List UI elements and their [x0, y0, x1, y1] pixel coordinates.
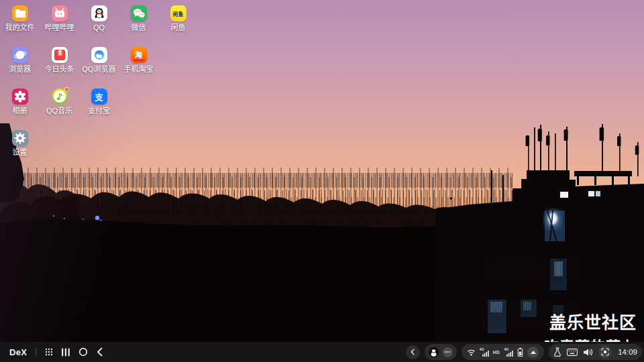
app-taobao[interactable]: 淘 手机淘宝	[119, 47, 158, 88]
running-apps-pill	[425, 344, 457, 360]
app-toutiao[interactable]: 头条 今日头条	[40, 47, 79, 88]
qq-icon	[91, 5, 107, 21]
qq-penguin-icon	[429, 347, 439, 357]
capture-frame-icon	[601, 348, 609, 356]
taobao-icon-text: 淘	[135, 49, 142, 60]
taskbar-right: 4G HD 4G	[406, 344, 643, 360]
app-qq[interactable]: QQ	[79, 5, 119, 47]
app-wechat[interactable]: 微信	[119, 5, 158, 47]
dex-labs-flask-button[interactable]	[553, 347, 561, 357]
alipay-icon-text: 支	[95, 91, 103, 103]
app-label: 设置	[13, 148, 28, 157]
app-label: 闲鱼	[171, 23, 186, 32]
app-alipay[interactable]: 支 支付宝	[79, 88, 119, 130]
volume-button[interactable]	[583, 348, 593, 357]
app-bilibili[interactable]: 哔哩哔哩	[40, 5, 79, 47]
notification-badge	[64, 87, 69, 92]
app-label: QQ	[93, 23, 105, 32]
hd-indicator: HD	[493, 350, 500, 355]
bilibili-icon	[52, 5, 68, 21]
app-label: 相册	[13, 107, 28, 115]
taskbar-left: DeX	[9, 345, 103, 359]
app-label: 我的文件	[5, 23, 35, 32]
status-tray[interactable]: 4G HD 4G	[462, 344, 545, 360]
toutiao-icon: 头条	[52, 47, 68, 63]
app-my-files[interactable]: 我的文件	[0, 5, 40, 47]
app-settings[interactable]: 设置	[0, 130, 40, 172]
home-button[interactable]	[78, 345, 88, 359]
qq-music-icon	[52, 88, 68, 105]
wifi-icon	[467, 349, 476, 356]
desktop-icon-grid: 我的文件 哔哩哔哩	[0, 5, 198, 172]
app-xianyu[interactable]: 闲鱼 闲鱼	[158, 5, 198, 47]
app-label: 浏览器	[9, 65, 31, 74]
app-label: 今日头条	[45, 65, 74, 74]
wechat-icon	[131, 5, 147, 21]
taskbar-tools-pill: 14:09	[549, 344, 642, 360]
qq-running-app-button[interactable]	[429, 347, 439, 357]
sim2-signal-icon: 4G	[504, 348, 513, 357]
toutiao-icon-text: 头条	[57, 47, 62, 56]
app-label: 手机淘宝	[124, 65, 154, 74]
dex-button[interactable]: DeX	[9, 347, 27, 357]
chevron-left-icon	[411, 349, 415, 355]
app-label: 支付宝	[88, 107, 110, 115]
sim1-signal-icon: 4G	[480, 348, 489, 357]
alipay-icon: 支	[91, 88, 107, 105]
app-grid-icon	[45, 348, 53, 356]
dex-desktop: 我的文件 哔哩哔哩	[0, 0, 644, 362]
watermark-community: 盖乐世社区	[529, 309, 637, 333]
taskbar-divider	[36, 348, 36, 357]
taskbar: DeX	[0, 342, 644, 362]
qq-browser-icon	[91, 47, 107, 63]
quick-panel-expand-button[interactable]	[527, 347, 539, 358]
apps-button[interactable]	[45, 345, 53, 359]
battery-icon	[517, 348, 523, 357]
back-chevron-icon	[97, 347, 103, 357]
app-label: QQ浏览器	[82, 65, 115, 74]
xianyu-icon: 闲鱼	[170, 5, 186, 21]
app-gallery[interactable]: 相册	[0, 88, 40, 130]
app-label: QQ音乐	[46, 107, 72, 115]
gallery-icon	[12, 88, 28, 105]
taobao-icon: 淘	[131, 47, 147, 63]
taobao-ribbon	[133, 59, 144, 62]
xianyu-icon-text: 闲鱼	[173, 10, 184, 17]
virtual-keyboard-button[interactable]	[567, 349, 578, 356]
recents-icon	[62, 348, 70, 357]
screen-capture-button[interactable]	[598, 345, 612, 359]
app-samsung-internet[interactable]: 浏览器	[0, 47, 40, 88]
app-qq-music[interactable]: QQ音乐	[40, 88, 79, 130]
taskbar-clock[interactable]: 14:09	[618, 348, 637, 356]
up-arrow-icon	[531, 351, 536, 354]
browser-icon	[12, 47, 28, 63]
app-label: 哔哩哔哩	[45, 23, 74, 32]
more-options-button[interactable]	[443, 347, 453, 357]
settings-icon	[12, 130, 28, 146]
back-button[interactable]	[97, 345, 103, 359]
taskbar-collapse-button[interactable]	[406, 345, 420, 359]
app-qq-browser[interactable]: QQ浏览器	[79, 47, 119, 88]
app-label: 微信	[131, 23, 146, 32]
my-files-icon	[12, 5, 28, 21]
home-circle-icon	[78, 347, 88, 357]
recents-button[interactable]	[62, 345, 70, 359]
